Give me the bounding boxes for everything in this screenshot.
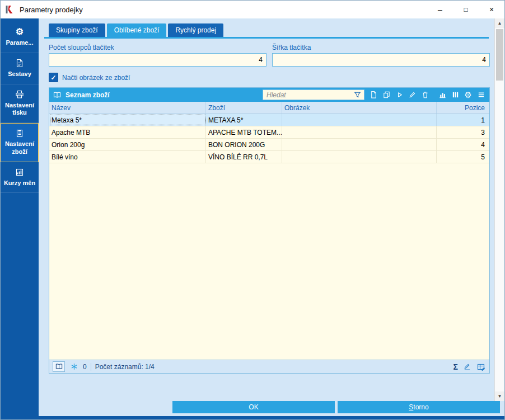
goods-list-toolbar: ⚙ bbox=[368, 89, 487, 101]
run-icon[interactable] bbox=[394, 89, 405, 101]
filter-count-badge: 0 bbox=[83, 363, 87, 371]
columns-count-label: Počet sloupců tlačítek bbox=[49, 44, 266, 51]
tab-rychly-prodej[interactable]: Rychlý prodej bbox=[168, 23, 223, 37]
dialog-window: Parametry prodejky – □ × ⚙ Parame... Ses… bbox=[0, 0, 505, 420]
table-row[interactable]: Bílé víno VÍNO BÍLÉ RR 0,7L 5 bbox=[49, 151, 489, 163]
table-row[interactable]: Orion 200g BON ORION 200G 4 bbox=[49, 139, 489, 151]
cell-obrazek[interactable] bbox=[282, 114, 437, 126]
search-input[interactable] bbox=[266, 91, 352, 99]
view-mode-button[interactable] bbox=[53, 361, 65, 372]
window-body: ⚙ Parame... Sestavy Nastavení bbox=[1, 18, 504, 416]
column-header-nazev[interactable]: Název bbox=[49, 102, 206, 114]
records-count-label: Počet záznamů: 1/4 bbox=[95, 363, 155, 371]
currency-icon bbox=[15, 167, 24, 177]
cell-nazev[interactable]: Metaxa 5* bbox=[49, 114, 206, 126]
cell-pozice[interactable]: 1 bbox=[437, 114, 489, 126]
dialog-button-row: OK Storno bbox=[39, 401, 504, 416]
cell-pozice[interactable]: 5 bbox=[437, 151, 489, 163]
sidebar-item-sestavy[interactable]: Sestavy bbox=[1, 53, 39, 84]
table-header-row: Název Zboží Obrázek Pozice bbox=[49, 102, 489, 114]
load-image-checkbox-label: Načti obrázek ze zboží bbox=[62, 74, 130, 82]
ok-button[interactable]: OK bbox=[172, 401, 335, 413]
footer-divider bbox=[91, 363, 91, 371]
scroll-down-icon[interactable]: ▼ bbox=[495, 391, 504, 401]
printer-icon bbox=[15, 89, 24, 100]
sidebar-item-parametry[interactable]: ⚙ Parame... bbox=[1, 22, 39, 53]
copy-record-icon[interactable] bbox=[381, 89, 392, 101]
asterisk-filter-icon[interactable] bbox=[69, 362, 79, 372]
sidebar-item-label: Sestavy bbox=[8, 70, 31, 78]
chart-icon[interactable] bbox=[437, 89, 448, 101]
cell-nazev[interactable]: Apache MTB bbox=[49, 126, 206, 138]
columns-icon[interactable] bbox=[450, 89, 461, 101]
cell-pozice[interactable]: 4 bbox=[437, 139, 489, 150]
content-area: Skupiny zboží Oblíbené zboží Rychlý prod… bbox=[39, 18, 494, 401]
edit-pencil-icon[interactable] bbox=[462, 362, 472, 372]
scrollbar-thumb[interactable] bbox=[496, 29, 503, 81]
sidebar-item-label: Nastavení zboží bbox=[2, 140, 38, 156]
cell-zbozi[interactable]: METAXA 5* bbox=[206, 114, 282, 126]
open-book-icon bbox=[52, 90, 62, 100]
search-box[interactable] bbox=[263, 89, 364, 100]
cell-nazev[interactable]: Orion 200g bbox=[49, 139, 206, 150]
table-row[interactable]: Apache MTB APACHE MTB TOTEM... 3 bbox=[49, 126, 489, 139]
menu-icon[interactable] bbox=[475, 89, 487, 101]
button-width-label: Šířka tlačítka bbox=[272, 44, 490, 51]
button-width-input[interactable] bbox=[272, 53, 490, 67]
maximize-button[interactable]: □ bbox=[453, 1, 479, 18]
sidebar-item-label: Nastavení tisku bbox=[2, 102, 38, 117]
tab-underline bbox=[44, 37, 489, 39]
sidebar-item-nastaveni-zbozi[interactable]: Nastavení zboží bbox=[1, 123, 39, 162]
load-image-checkbox[interactable]: ✓ bbox=[49, 73, 58, 82]
table-body: Metaxa 5* METAXA 5* 1 Apache MTB APACHE … bbox=[49, 114, 489, 360]
content-spacer bbox=[49, 374, 490, 401]
settings-fields: Počet sloupců tlačítek Šířka tlačítka bbox=[49, 44, 490, 67]
tab-oblibene-zbozi[interactable]: Oblíbené zboží bbox=[107, 23, 167, 37]
window-controls: – □ × bbox=[427, 1, 504, 18]
cell-nazev[interactable]: Bílé víno bbox=[49, 151, 206, 163]
cell-zbozi[interactable]: VÍNO BÍLÉ RR 0,7L bbox=[206, 151, 282, 163]
storno-button[interactable]: Storno bbox=[338, 401, 500, 413]
goods-list-title: Seznam zboží bbox=[66, 91, 110, 99]
delete-record-icon[interactable] bbox=[419, 89, 431, 101]
tab-skupiny-zbozi[interactable]: Skupiny zboží bbox=[49, 23, 105, 37]
vertical-scrollbar[interactable]: ▲ ▼ bbox=[494, 18, 504, 401]
columns-count-input[interactable] bbox=[49, 53, 266, 67]
quick-edit-grid-icon[interactable] bbox=[476, 362, 486, 372]
columns-count-field: Počet sloupců tlačítek bbox=[49, 44, 266, 67]
column-header-zbozi[interactable]: Zboží bbox=[206, 102, 282, 114]
sum-icon[interactable]: Σ bbox=[453, 362, 458, 371]
table-row[interactable]: Metaxa 5* METAXA 5* 1 bbox=[49, 114, 489, 126]
cell-obrazek[interactable] bbox=[282, 151, 437, 163]
cell-zbozi[interactable]: BON ORION 200G bbox=[206, 139, 282, 150]
sidebar-item-kurzy-men[interactable]: Kurzy měn bbox=[1, 162, 39, 194]
button-width-field: Šířka tlačítka bbox=[272, 44, 490, 67]
sidebar-item-nastaveni-tisku[interactable]: Nastavení tisku bbox=[1, 84, 39, 124]
report-icon bbox=[15, 58, 24, 68]
app-icon bbox=[5, 4, 15, 15]
sidebar: ⚙ Parame... Sestavy Nastavení bbox=[1, 18, 39, 416]
cell-zbozi[interactable]: APACHE MTB TOTEM... bbox=[206, 126, 282, 138]
load-image-checkbox-row[interactable]: ✓ Načti obrázek ze zboží bbox=[49, 73, 490, 82]
check-icon: ✓ bbox=[50, 74, 56, 81]
column-header-pozice[interactable]: Pozice bbox=[437, 102, 489, 114]
sidebar-item-label: Kurzy měn bbox=[4, 180, 35, 187]
scroll-up-icon[interactable]: ▲ bbox=[495, 18, 504, 28]
close-button[interactable]: × bbox=[479, 1, 504, 18]
tab-bar: Skupiny zboží Oblíbené zboží Rychlý prod… bbox=[49, 23, 490, 37]
scrollbar-track[interactable] bbox=[495, 28, 504, 391]
minimize-button[interactable]: – bbox=[427, 1, 453, 18]
cell-pozice[interactable]: 3 bbox=[437, 126, 489, 138]
edit-record-icon[interactable] bbox=[406, 89, 418, 101]
goods-list-header: Seznam zboží bbox=[49, 88, 489, 102]
grid-settings-icon[interactable]: ⚙ bbox=[462, 89, 474, 101]
goods-settings-icon bbox=[15, 128, 24, 138]
cell-obrazek[interactable] bbox=[282, 126, 437, 138]
goods-list-panel: Seznam zboží bbox=[49, 87, 490, 374]
column-header-obrazek[interactable]: Obrázek bbox=[282, 102, 437, 114]
filter-icon[interactable] bbox=[352, 90, 362, 100]
titlebar: Parametry prodejky – □ × bbox=[1, 1, 504, 18]
new-record-icon[interactable] bbox=[368, 89, 379, 101]
cell-obrazek[interactable] bbox=[282, 139, 437, 150]
table-empty-area bbox=[49, 163, 489, 360]
